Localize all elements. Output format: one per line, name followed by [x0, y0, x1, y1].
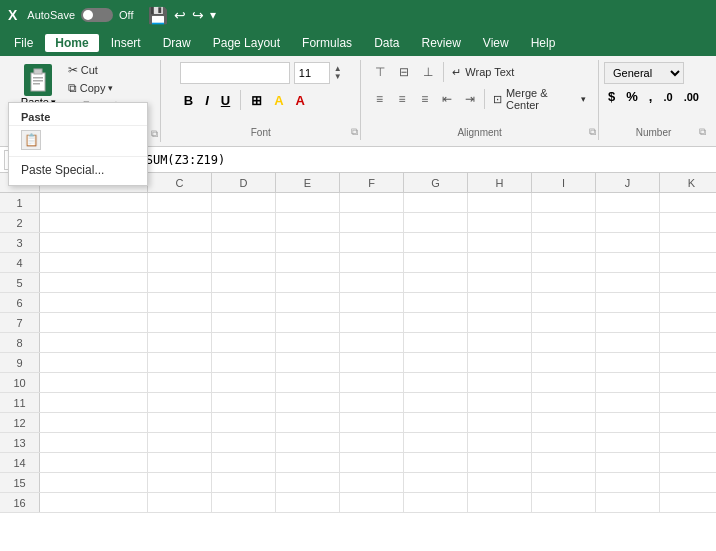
cell-j3[interactable] [596, 233, 660, 253]
cell-b1[interactable] [40, 193, 148, 213]
cell-k4[interactable] [660, 253, 716, 273]
indent-increase-button[interactable]: ⇥ [459, 89, 480, 109]
cell-e3[interactable] [276, 233, 340, 253]
menu-page-layout[interactable]: Page Layout [203, 34, 290, 52]
col-header-f[interactable]: F [340, 173, 404, 192]
col-header-i[interactable]: I [532, 173, 596, 192]
cell-e2[interactable] [276, 213, 340, 233]
cell-c4[interactable] [148, 253, 212, 273]
align-left-button[interactable]: ≡ [369, 89, 390, 109]
col-header-e[interactable]: E [276, 173, 340, 192]
align-top-button[interactable]: ⊤ [369, 62, 391, 82]
cell-i1[interactable] [532, 193, 596, 213]
font-expand-icon[interactable]: ⧉ [351, 126, 358, 138]
cell-k2[interactable] [660, 213, 716, 233]
col-header-k[interactable]: K [660, 173, 716, 192]
col-header-h[interactable]: H [468, 173, 532, 192]
decrease-decimal-button[interactable]: .0 [659, 89, 676, 105]
cell-d2[interactable] [212, 213, 276, 233]
menu-review[interactable]: Review [411, 34, 470, 52]
increase-decimal-button[interactable]: .00 [680, 89, 703, 105]
font-size-decrease[interactable]: ▼ [334, 73, 342, 81]
menu-file[interactable]: File [4, 34, 43, 52]
align-center-button[interactable]: ≡ [392, 89, 413, 109]
cell-j4[interactable] [596, 253, 660, 273]
menu-help[interactable]: Help [521, 34, 566, 52]
align-bottom-button[interactable]: ⊥ [417, 62, 439, 82]
copy-button[interactable]: ⧉ Copy ▾ [65, 80, 152, 96]
percent-button[interactable]: % [622, 87, 642, 106]
save-icon[interactable]: 💾 [148, 6, 168, 25]
redo-icon[interactable]: ↪ [192, 7, 204, 23]
autosave-toggle[interactable] [81, 8, 113, 22]
cell-j1[interactable] [596, 193, 660, 213]
menu-view[interactable]: View [473, 34, 519, 52]
cell-h4[interactable] [468, 253, 532, 273]
cell-c1[interactable] [148, 193, 212, 213]
bold-button[interactable]: B [180, 91, 197, 110]
font-size-input[interactable] [294, 62, 330, 84]
cell-g1[interactable] [404, 193, 468, 213]
menu-data[interactable]: Data [364, 34, 409, 52]
col-header-g[interactable]: G [404, 173, 468, 192]
cell-g4[interactable] [404, 253, 468, 273]
cell-i4[interactable] [532, 253, 596, 273]
paste-special-item[interactable]: Paste Special... [9, 159, 147, 181]
indent-decrease-button[interactable]: ⇤ [437, 89, 458, 109]
underline-button[interactable]: U [217, 91, 234, 110]
col-header-j[interactable]: J [596, 173, 660, 192]
cell-k3[interactable] [660, 233, 716, 253]
copy-dropdown-arrow[interactable]: ▾ [108, 83, 113, 93]
number-format-select[interactable]: General Number Currency Percentage [604, 62, 684, 84]
cell-i3[interactable] [532, 233, 596, 253]
cell-c3[interactable] [148, 233, 212, 253]
cell-b3[interactable] [40, 233, 148, 253]
col-header-d[interactable]: D [212, 173, 276, 192]
comma-button[interactable]: , [645, 87, 657, 106]
cell-b2[interactable] [40, 213, 148, 233]
cell-e1[interactable] [276, 193, 340, 213]
merge-center-button[interactable]: ⊡ Merge & Center ▾ [489, 85, 590, 113]
clipboard-expand-icon[interactable]: ⧉ [151, 128, 158, 140]
customize-icon[interactable]: ▾ [210, 8, 216, 22]
cell-e4[interactable] [276, 253, 340, 273]
cell-h2[interactable] [468, 213, 532, 233]
cell-g2[interactable] [404, 213, 468, 233]
align-right-button[interactable]: ≡ [414, 89, 435, 109]
cell-b5[interactable] [40, 273, 148, 293]
cut-button[interactable]: ✂ Cut [65, 62, 152, 78]
cell-f2[interactable] [340, 213, 404, 233]
cell-j2[interactable] [596, 213, 660, 233]
cell-f1[interactable] [340, 193, 404, 213]
dollar-sign-button[interactable]: $ [604, 87, 619, 106]
borders-button[interactable]: ⊞ [247, 91, 266, 110]
cell-k1[interactable] [660, 193, 716, 213]
menu-draw[interactable]: Draw [153, 34, 201, 52]
merge-dropdown-arrow[interactable]: ▾ [581, 94, 586, 104]
fill-color-button[interactable]: A [270, 91, 287, 110]
menu-formulas[interactable]: Formulas [292, 34, 362, 52]
cell-d1[interactable] [212, 193, 276, 213]
cell-h3[interactable] [468, 233, 532, 253]
undo-icon[interactable]: ↩ [174, 7, 186, 23]
cell-b4[interactable] [40, 253, 148, 273]
italic-button[interactable]: I [201, 91, 213, 110]
col-header-c[interactable]: C [148, 173, 212, 192]
paste-menu-item[interactable]: 📋 [9, 126, 147, 154]
cell-i2[interactable] [532, 213, 596, 233]
alignment-expand-icon[interactable]: ⧉ [589, 126, 596, 138]
font-color-button[interactable]: A [292, 91, 309, 110]
cell-f4[interactable] [340, 253, 404, 273]
formula-input[interactable] [134, 151, 712, 169]
font-name-select[interactable] [180, 62, 290, 84]
wrap-text-button[interactable]: ↵ Wrap Text [448, 64, 518, 81]
number-expand-icon[interactable]: ⧉ [699, 126, 706, 138]
cell-f3[interactable] [340, 233, 404, 253]
cell-g3[interactable] [404, 233, 468, 253]
menu-insert[interactable]: Insert [101, 34, 151, 52]
cell-h1[interactable] [468, 193, 532, 213]
cell-d3[interactable] [212, 233, 276, 253]
menu-home[interactable]: Home [45, 34, 98, 52]
cell-d4[interactable] [212, 253, 276, 273]
cell-c2[interactable] [148, 213, 212, 233]
